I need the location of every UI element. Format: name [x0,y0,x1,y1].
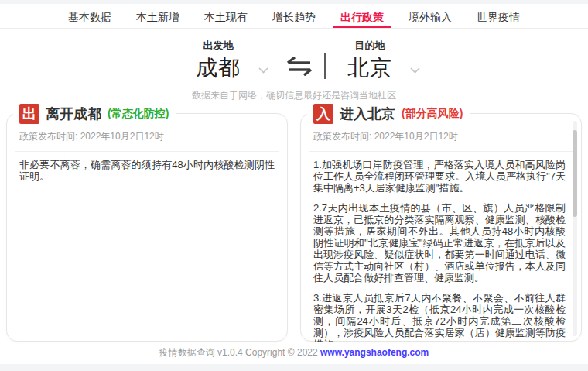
data-source-hint: 数据来自于网络，确切信息最好还是咨询当地社区 [0,89,588,102]
tab-world[interactable]: 世界疫情 [469,4,528,28]
swap-arrows-icon[interactable] [285,57,313,76]
departure-selector[interactable]: 出发地 成都 [196,39,241,81]
author-link[interactable]: www.yangshaofeng.com [320,347,429,358]
destination-policy-text[interactable]: 1.加强机场口岸防疫管理，严格落实入境人员和高风险岗位工作人员全流程闭环管理要求… [301,152,581,342]
app-footer: 疫情数据查询 v1.0.4 Copyright © 2022 www.yangs… [0,346,588,359]
destination-risk-status: (部分高风险) [402,107,463,121]
policy-cards: 出 离开成都 (常态化防控) 政策发布时间: 2022年10月2日12时 非必要… [0,113,588,342]
scrollbar-thumb[interactable] [573,130,577,217]
destination-policy-card: 入 进入北京 (部分高风险) 政策发布时间: 2022年10月2日12时 1.加… [300,113,582,342]
departure-risk-status: (常态化防控) [108,107,169,121]
tab-imported[interactable]: 境外输入 [401,4,460,28]
policy-paragraph: 3.进返京人员抵京后7天内不聚餐、不聚会、不前往人群密集场所，开展3天2检（抵京… [313,292,566,342]
exit-badge: 出 [19,104,39,124]
vertical-divider [324,53,326,79]
departure-card-header: 出 离开成都 (常态化防控) [13,103,176,125]
top-nav: 基本数据 本土新增 本土现有 增长趋势 出行政策 境外输入 世界疫情 [0,4,588,29]
policy-paragraph: 非必要不离蓉，确需离蓉的须持有48小时内核酸检测阴性证明。 [19,159,275,182]
destination-card-title: 进入北京 [340,105,395,123]
destination-city[interactable]: 北京 [347,55,392,81]
tab-local-new[interactable]: 本土新增 [128,4,187,28]
policy-paragraph: 1.加强机场口岸防疫管理，严格落实入境人员和高风险岗位工作人员全流程闭环管理要求… [313,159,566,194]
tab-local-current[interactable]: 本土现有 [197,4,255,28]
enter-badge: 入 [313,104,333,124]
copyright-text: 疫情数据查询 v1.0.4 Copyright © 2022 [159,347,320,358]
chevron-down-icon[interactable] [410,67,420,74]
chevron-down-icon[interactable] [258,67,268,74]
tab-basic-data[interactable]: 基本数据 [60,4,119,28]
destination-label: 目的地 [355,39,385,53]
destination-card-header: 入 进入北京 (部分高风险) [307,103,470,125]
app-container: 基本数据 本土新增 本土现有 增长趋势 出行政策 境外输入 世界疫情 出发地 成… [0,4,588,364]
policy-paragraph: 2.7天内出现本土疫情的县（市、区、旗）人员严格限制进返京，已抵京的分类落实隔离… [313,202,566,283]
tab-growth-trend[interactable]: 增长趋势 [265,4,323,28]
departure-policy-card: 出 离开成都 (常态化防控) 政策发布时间: 2022年10月2日12时 非必要… [6,113,288,342]
departure-label: 出发地 [203,39,234,53]
departure-city[interactable]: 成都 [196,55,241,81]
tab-travel-policy[interactable]: 出行政策 [333,4,391,28]
destination-selector[interactable]: 目的地 北京 [347,39,392,81]
departure-policy-text: 非必要不离蓉，确需离蓉的须持有48小时内核酸检测阴性证明。 [7,152,287,182]
departure-card-title: 离开成都 [46,105,101,123]
route-selector: 出发地 成都 目的地 北京 [0,39,588,81]
